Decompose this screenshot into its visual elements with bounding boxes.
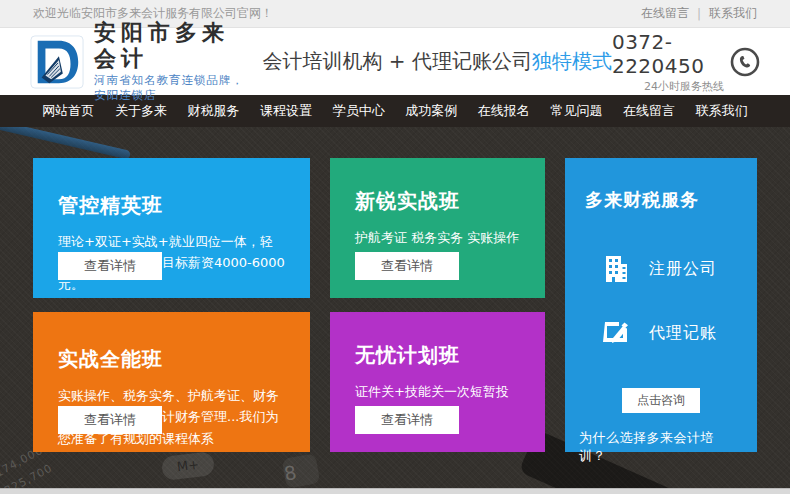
header-slogan: 会计培训机构 + 代理记账公司独特模式	[262, 48, 611, 75]
topbar-link-contact[interactable]: 联系我们	[709, 5, 757, 22]
phone-icon	[730, 47, 760, 77]
brand-subtitle: 河南省知名教育连锁品牌，安阳连锁店	[94, 73, 246, 103]
nav-item-cases[interactable]: 成功案例	[395, 95, 468, 127]
view-details-button[interactable]: 查看详情	[355, 406, 459, 434]
consult-button[interactable]: 点击咨询	[622, 388, 700, 413]
course-card-shizhan: 实战全能班 实账操作、税务实务、护航考证、财务管理基础、主管会计财务管理...我…	[33, 312, 310, 452]
course-card-title: 无忧计划班	[355, 342, 520, 369]
slogan-prefix: 会计培训机构 + 代理记账公司	[262, 49, 531, 73]
nav-item-courses[interactable]: 课程设置	[250, 95, 323, 127]
brand-logo-link[interactable]: 安阳市多来会计 河南省知名教育连锁品牌，安阳连锁店	[30, 20, 246, 103]
topbar-links: 在线留言 | 联系我们	[641, 5, 757, 22]
nav-item-faq[interactable]: 常见问题	[540, 95, 613, 127]
nav-item-signup[interactable]: 在线报名	[468, 95, 541, 127]
course-card-title: 管控精英班	[58, 192, 285, 219]
course-card-title: 新锐实战班	[355, 188, 520, 215]
service-label: 代理记账	[649, 323, 717, 344]
slogan-highlight: 独特模式	[532, 49, 612, 73]
page-bottom-strip	[0, 488, 790, 494]
nav-item-contact[interactable]: 联系我们	[685, 95, 758, 127]
topbar-separator: |	[697, 7, 701, 21]
cards-grid: 管控精英班 理论+双证+实战+就业四位一体，轻松胜任会计工作，目标薪资4000-…	[33, 158, 757, 452]
nav-item-students[interactable]: 学员中心	[322, 95, 395, 127]
brand-title: 安阳市多来会计	[94, 20, 246, 71]
service-item-register-company[interactable]: 注册公司	[601, 254, 737, 284]
main-section: 4,174,000 4,325,700 M+ 8 管控精英班 理论+双证+实战+…	[0, 127, 790, 488]
course-card-guankong: 管控精英班 理论+双证+实战+就业四位一体，轻松胜任会计工作，目标薪资4000-…	[33, 158, 310, 298]
site-header: 安阳市多来会计 河南省知名教育连锁品牌，安阳连锁店 会计培训机构 + 代理记账公…	[0, 28, 790, 95]
pen-photo-decor	[0, 127, 131, 160]
calculator-key-mplus-decor: M+	[161, 451, 216, 481]
pencil-square-icon	[601, 318, 631, 348]
service-item-bookkeeping[interactable]: 代理记账	[601, 318, 737, 348]
course-card-title: 实战全能班	[58, 346, 285, 373]
course-card-xinrui: 新锐实战班 护航考证 税务实务 实账操作 查看详情	[330, 158, 545, 298]
phone-number: 0372-2220450	[612, 30, 724, 78]
nav-item-guestbook[interactable]: 在线留言	[613, 95, 686, 127]
topbar-link-guestbook[interactable]: 在线留言	[641, 5, 689, 22]
view-details-button[interactable]: 查看详情	[58, 252, 162, 280]
header-phone: 0372-2220450 24小时服务热线	[612, 30, 760, 94]
logo-book-d-icon	[30, 35, 84, 89]
phone-text: 0372-2220450 24小时服务热线	[612, 30, 724, 94]
phone-hotline-label: 24小时服务热线	[644, 79, 724, 94]
view-details-button[interactable]: 查看详情	[58, 406, 162, 434]
view-details-button[interactable]: 查看详情	[355, 252, 459, 280]
brand-text: 安阳市多来会计 河南省知名教育连锁品牌，安阳连锁店	[94, 20, 246, 103]
course-card-desc: 护航考证 税务实务 实账操作	[355, 227, 520, 248]
course-card-wuyou: 无忧计划班 证件关+技能关一次短暂投资 长期无忧发展 查看详情	[330, 312, 545, 452]
why-choose-link[interactable]: 为什么选择多来会计培训？	[579, 429, 737, 465]
panel-title: 多来财税服务	[585, 188, 737, 212]
service-label: 注册公司	[649, 259, 717, 280]
tax-services-panel: 多来财税服务 注册公司	[565, 158, 757, 452]
building-icon	[601, 254, 631, 284]
calculator-key-8-decor: 8	[282, 453, 321, 488]
